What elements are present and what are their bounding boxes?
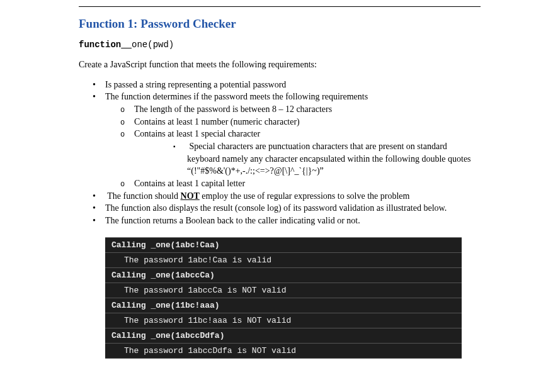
function-signature: function _one(pwd) — [79, 40, 481, 50]
bullet-text: Contains at least 1 special character — [134, 129, 260, 138]
terminal-row: Calling _one(1abc!Caa) — [105, 238, 462, 253]
list-item: Contains at least 1 capital letter — [134, 177, 481, 190]
terminal-row: Calling _one(1abccDdfa) — [105, 328, 462, 344]
heading-function-1: Function 1: Password Checker — [79, 17, 481, 31]
terminal-row: The password 1abccCa is NOT valid — [105, 283, 462, 298]
top-rule — [79, 6, 481, 7]
terminal-row: The password 11bc!aaa is NOT valid — [105, 313, 462, 328]
terminal-row: The password 1abc!Caa is valid — [105, 253, 462, 268]
list-item: The function also displays the result (c… — [105, 202, 481, 215]
bullet-text: The function determines if the password … — [105, 92, 368, 101]
intro-text: Create a JavaScript function that meets … — [79, 59, 481, 71]
special-char-detail-list: Special characters are punctuation chara… — [134, 140, 481, 177]
list-item: The length of the password is between 8 … — [134, 103, 481, 116]
sub-requirements-list: The length of the password is between 8 … — [105, 103, 481, 190]
list-item: The function returns a Boolean back to t… — [105, 215, 481, 227]
list-item: Special characters are punctuation chara… — [187, 140, 481, 177]
sig-rest: one(pwd) — [132, 40, 174, 50]
bullet-text: Is passed a string representing a potent… — [105, 80, 286, 89]
bullet-text: The function also displays the result (c… — [105, 203, 447, 213]
bullet-text: Special characters are punctuation chara… — [187, 142, 471, 164]
terminal-row: The password 1abccDdfa is NOT valid — [105, 344, 462, 359]
bullet-text: employ the use of regular expressions to… — [200, 191, 410, 201]
list-item: Is passed a string representing a potent… — [105, 79, 481, 91]
terminal-row: Calling _one(11bc!aaa) — [105, 298, 462, 313]
bullet-text: The length of the password is between 8 … — [134, 104, 332, 114]
requirements-list: Is passed a string representing a potent… — [79, 79, 481, 227]
list-item: The function should NOT employ the use o… — [105, 190, 481, 203]
underscore: _ — [121, 40, 132, 50]
terminal-output: Calling _one(1abc!Caa) The password 1abc… — [105, 237, 462, 359]
list-item: The function determines if the password … — [105, 91, 481, 190]
bullet-text: The function returns a Boolean back to t… — [105, 216, 360, 225]
bullet-text: Contains at least 1 number (numeric char… — [134, 117, 300, 126]
terminal-row: Calling _one(1abccCa) — [105, 268, 462, 283]
special-chars-string: “(!"#$%&'()*+,-./:;<=>?@[\]^_`{|}~)” — [187, 166, 324, 176]
bullet-text: Contains at least 1 capital letter — [134, 179, 245, 188]
list-item: Contains at least 1 special character Sp… — [134, 128, 481, 177]
bullet-text: The function should — [107, 191, 180, 201]
keyword-function: function — [79, 40, 121, 50]
not-emphasis: NOT — [181, 191, 200, 201]
list-item: Contains at least 1 number (numeric char… — [134, 116, 481, 128]
